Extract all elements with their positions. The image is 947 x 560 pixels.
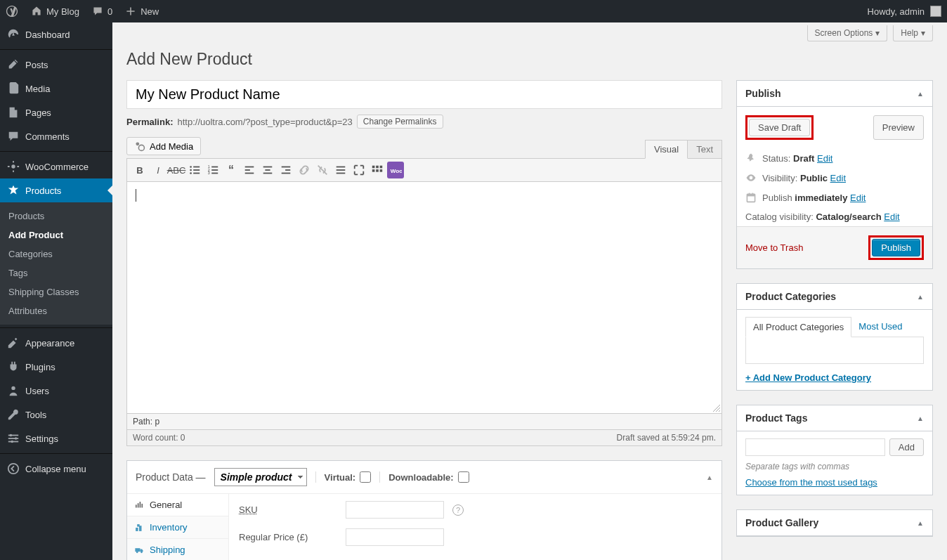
align-left-button[interactable] bbox=[241, 162, 258, 178]
svg-rect-48 bbox=[137, 524, 140, 527]
submenu-shipping-classes[interactable]: Shipping Classes bbox=[0, 282, 112, 301]
svg-rect-54 bbox=[749, 193, 750, 195]
collapse-menu[interactable]: Collapse menu bbox=[0, 457, 112, 481]
menu-settings[interactable]: Settings bbox=[0, 426, 112, 450]
path-value: p bbox=[155, 417, 159, 426]
menu-users[interactable]: Users bbox=[0, 379, 112, 403]
svg-rect-20 bbox=[211, 169, 218, 171]
permalink-url: http://uoltra.com/?post_type=product&p=2… bbox=[177, 117, 352, 127]
quote-button[interactable]: “ bbox=[223, 162, 240, 178]
editor-tab-text[interactable]: Text bbox=[688, 140, 722, 159]
help-icon[interactable]: ? bbox=[452, 504, 464, 516]
svg-point-13 bbox=[190, 169, 192, 171]
add-tag-button[interactable]: Add bbox=[889, 438, 924, 456]
cat-tab-all[interactable]: All Product Categories bbox=[745, 317, 851, 337]
svg-point-8 bbox=[8, 464, 18, 474]
submenu-products-all[interactable]: Products bbox=[0, 207, 112, 226]
account-menu[interactable]: Howdy, admin bbox=[868, 6, 941, 17]
move-to-trash-link[interactable]: Move to Trash bbox=[745, 242, 803, 253]
submenu-add-product[interactable]: Add Product bbox=[0, 226, 112, 245]
woo-shortcode-button[interactable]: Woo bbox=[387, 162, 404, 178]
save-draft-button[interactable]: Save Draft bbox=[749, 119, 810, 136]
svg-rect-24 bbox=[245, 169, 250, 171]
product-gallery-box: Product Gallery ▲ bbox=[736, 509, 933, 537]
help-button[interactable]: Help ▾ bbox=[893, 25, 933, 41]
edit-catalog-link[interactable]: Edit bbox=[884, 211, 899, 222]
tag-hint: Separate tags with commas bbox=[745, 462, 924, 471]
menu-pages[interactable]: Pages bbox=[0, 100, 112, 124]
downloadable-checkbox[interactable] bbox=[458, 471, 469, 483]
sku-input[interactable] bbox=[346, 501, 444, 519]
change-permalinks-button[interactable]: Change Permalinks bbox=[357, 115, 443, 129]
edit-status-link[interactable]: Edit bbox=[817, 153, 832, 164]
menu-dashboard[interactable]: Dashboard bbox=[0, 22, 112, 46]
svg-rect-43 bbox=[138, 503, 138, 507]
svg-point-9 bbox=[136, 142, 139, 145]
menu-media[interactable]: Media bbox=[0, 77, 112, 100]
wp-logo[interactable] bbox=[6, 5, 18, 18]
submenu-categories[interactable]: Categories bbox=[0, 245, 112, 263]
menu-posts[interactable]: Posts bbox=[0, 53, 112, 77]
cat-tab-most[interactable]: Most Used bbox=[851, 317, 909, 337]
comments-link[interactable]: 0 bbox=[92, 6, 112, 17]
edit-visibility-link[interactable]: Edit bbox=[830, 173, 846, 183]
screen-options-button[interactable]: Screen Options ▾ bbox=[807, 25, 888, 41]
new-link[interactable]: New bbox=[125, 6, 159, 17]
submenu-tags[interactable]: Tags bbox=[0, 263, 112, 282]
menu-woocommerce[interactable]: WooCommerce bbox=[0, 155, 112, 178]
pd-tab-general[interactable]: General bbox=[127, 494, 228, 516]
align-center-button[interactable] bbox=[259, 162, 276, 178]
add-media-button[interactable]: Add Media bbox=[126, 137, 201, 155]
more-button[interactable] bbox=[332, 162, 349, 178]
menu-appearance[interactable]: Appearance bbox=[0, 331, 112, 355]
menu-tools[interactable]: Tools bbox=[0, 403, 112, 426]
strike-button[interactable]: ABC bbox=[168, 162, 185, 178]
publish-button[interactable]: Publish bbox=[872, 239, 920, 256]
preview-button[interactable]: Preview bbox=[873, 115, 924, 140]
pd-tab-shipping[interactable]: Shipping bbox=[127, 539, 228, 560]
word-count-value: 0 bbox=[181, 433, 185, 443]
choose-tags-link[interactable]: Choose from the most used tags bbox=[745, 477, 877, 488]
svg-point-51 bbox=[141, 551, 143, 553]
product-title-input[interactable] bbox=[126, 80, 722, 109]
virtual-checkbox[interactable] bbox=[360, 471, 371, 483]
editor-tab-visual[interactable]: Visual bbox=[645, 140, 688, 159]
publish-toggle[interactable]: ▲ bbox=[917, 90, 924, 98]
comments-count: 0 bbox=[107, 6, 112, 17]
tag-input[interactable] bbox=[745, 438, 885, 456]
submenu-attributes[interactable]: Attributes bbox=[0, 301, 112, 320]
menu-products[interactable]: Products bbox=[0, 178, 112, 202]
bold-button[interactable]: B bbox=[131, 162, 148, 178]
svg-text:3: 3 bbox=[208, 171, 210, 175]
fullscreen-button[interactable] bbox=[351, 162, 367, 178]
price-input[interactable] bbox=[346, 528, 444, 546]
link-button[interactable] bbox=[296, 162, 313, 178]
italic-button[interactable]: I bbox=[150, 162, 166, 178]
editor-content-area[interactable] bbox=[126, 182, 722, 414]
product-data-toggle[interactable]: ▲ bbox=[706, 474, 713, 481]
ol-button[interactable]: 123 bbox=[204, 162, 221, 178]
align-right-button[interactable] bbox=[277, 162, 294, 178]
price-label: Regular Price (£) bbox=[239, 532, 337, 542]
svg-point-6 bbox=[15, 437, 18, 440]
site-name-link[interactable]: My Blog bbox=[31, 6, 79, 17]
product-type-select[interactable]: Simple product bbox=[214, 468, 307, 486]
ul-button[interactable] bbox=[186, 162, 203, 178]
submenu-products: Products Add Product Categories Tags Shi… bbox=[0, 202, 112, 325]
pd-tab-inventory[interactable]: Inventory bbox=[127, 516, 228, 539]
categories-toggle[interactable]: ▲ bbox=[917, 293, 924, 301]
gallery-toggle[interactable]: ▲ bbox=[917, 519, 924, 527]
categories-title: Product Categories bbox=[745, 291, 836, 302]
downloadable-label: Downloadable: bbox=[388, 472, 453, 483]
publish-box: Publish ▲ Save Draft Preview Status: Dra… bbox=[736, 80, 933, 269]
menu-plugins[interactable]: Plugins bbox=[0, 355, 112, 379]
edit-date-link[interactable]: Edit bbox=[850, 193, 866, 203]
add-category-link[interactable]: + Add New Product Category bbox=[745, 372, 871, 383]
tags-toggle[interactable]: ▲ bbox=[917, 415, 924, 422]
resize-handle-icon[interactable] bbox=[713, 405, 720, 412]
svg-rect-49 bbox=[135, 548, 140, 552]
svg-rect-28 bbox=[263, 173, 273, 174]
kitchensink-button[interactable] bbox=[369, 162, 386, 178]
menu-comments[interactable]: Comments bbox=[0, 124, 112, 148]
unlink-button[interactable] bbox=[314, 162, 331, 178]
